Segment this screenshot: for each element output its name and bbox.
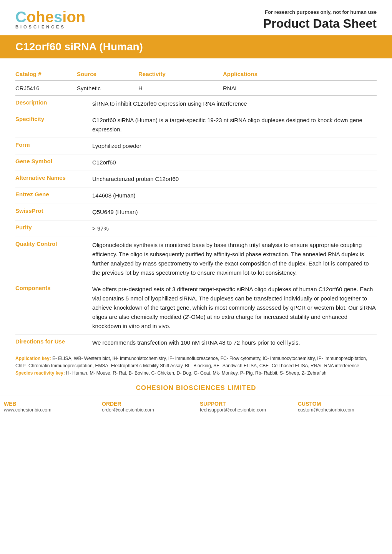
product-title: C12orf60 siRNA (Human): [15, 41, 377, 53]
footer-custom: CUSTOM custom@cohesionbio.com: [294, 398, 392, 415]
info-label: Alternative Names: [15, 174, 92, 184]
column-headers: Catalog # Source Reactivity Applications: [15, 65, 377, 81]
catalog-data-row: CRJ5416 Synthetic H RNAi: [15, 81, 377, 96]
footer-links: WEB www.cohesionbio.com ORDER order@cohe…: [0, 395, 392, 415]
info-value: We recommends transfection with 100 nM s…: [92, 338, 300, 347]
info-value: C12orf60 siRNA (Human) is a target-speci…: [92, 116, 377, 134]
info-label: Directions for Use: [15, 338, 92, 347]
info-label: Quality Control: [15, 241, 92, 277]
logo-text: Cohesion: [15, 9, 85, 25]
info-value: > 97%: [92, 224, 109, 233]
info-label: Purity: [15, 224, 92, 233]
col-applications: Applications: [223, 71, 377, 77]
info-row: Gene SymbolC12orf60: [15, 154, 377, 171]
footer-web-link: www.cohesionbio.com: [4, 407, 51, 413]
info-section: DescriptionsiRNA to inhibit C12orf60 exp…: [15, 96, 377, 351]
product-data-sheet-title: Product Data Sheet: [263, 17, 377, 31]
info-row: Alternative NamesUncharacterized protein…: [15, 171, 377, 187]
footer-company-name: COHESION BIOSCIENCES LIMITED: [0, 384, 392, 392]
info-row: SwissProtQ5U649 (Human): [15, 204, 377, 221]
logo-ohesion: ohesion: [27, 8, 85, 25]
species-key-text: Species reactivity key: H- Human, M- Mou…: [15, 370, 377, 377]
info-row: Purity> 97%: [15, 221, 377, 237]
for-research-text: For research purposes only, not for huma…: [263, 9, 377, 15]
footer-custom-link: custom@cohesionbio.com: [298, 407, 354, 413]
footer-order: ORDER order@cohesionbio.com: [98, 398, 196, 415]
info-value: Q5U649 (Human): [92, 207, 138, 217]
info-label: Gene Symbol: [15, 158, 92, 167]
col-source: Source: [77, 71, 138, 77]
app-key-text: Application key: E- ELISA, WB- Western b…: [15, 355, 377, 370]
info-row: ComponentsWe offers pre-designed sets of…: [15, 281, 377, 335]
info-label: Description: [15, 99, 92, 108]
catalog-source: Synthetic: [77, 85, 138, 91]
footer-support-label: SUPPORT: [200, 401, 290, 407]
catalog-reactivity: H: [138, 85, 223, 91]
logo-area: Cohesion BIOSCIENCES: [15, 9, 85, 29]
info-row: Directions for UseWe recommends transfec…: [15, 335, 377, 351]
logo-c: C: [15, 8, 27, 25]
header-right: For research purposes only, not for huma…: [263, 9, 377, 31]
catalog-number: CRJ5416: [15, 85, 77, 91]
info-row: Quality ControlOligonucleotide synthesis…: [15, 237, 377, 281]
footer-order-label: ORDER: [102, 401, 192, 407]
info-value: siRNA to inhibit C12orf60 expression usi…: [92, 99, 247, 108]
info-label: Specificity: [15, 116, 92, 134]
product-title-bar: C12orf60 siRNA (Human): [0, 35, 392, 58]
main-content: Catalog # Source Reactivity Applications…: [0, 65, 392, 380]
footer-custom-label: CUSTOM: [298, 401, 388, 407]
application-key-section: Application key: E- ELISA, WB- Western b…: [15, 355, 377, 380]
col-catalog: Catalog #: [15, 71, 77, 77]
info-label: Form: [15, 141, 92, 151]
footer-web-label: WEB: [4, 401, 94, 407]
info-label: SwissProt: [15, 207, 92, 217]
info-row: FormLyophilized powder: [15, 138, 377, 154]
footer-support: SUPPORT techsupport@cohesionbio.com: [196, 398, 294, 415]
info-value: Oligonucleotide synthesis is monitored b…: [92, 241, 377, 277]
info-row: DescriptionsiRNA to inhibit C12orf60 exp…: [15, 96, 377, 112]
info-label: Entrez Gene: [15, 191, 92, 200]
info-value: We offers pre-designed sets of 3 differe…: [92, 285, 377, 331]
page-header: Cohesion BIOSCIENCES For research purpos…: [0, 0, 392, 35]
info-value: Uncharacterized protein C12orf60: [92, 174, 179, 184]
info-value: Lyophilized powder: [92, 141, 141, 151]
info-label: Components: [15, 285, 92, 331]
info-row: SpecificityC12orf60 siRNA (Human) is a t…: [15, 112, 377, 138]
col-reactivity: Reactivity: [138, 71, 223, 77]
catalog-applications: RNAi: [223, 85, 377, 91]
info-value: C12orf60: [92, 158, 116, 167]
info-row: Entrez Gene144608 (Human): [15, 187, 377, 204]
footer-order-link: order@cohesionbio.com: [102, 407, 154, 413]
footer-support-link: techsupport@cohesionbio.com: [200, 407, 266, 413]
info-value: 144608 (Human): [92, 191, 136, 200]
logo-biosciences: BIOSCIENCES: [15, 25, 66, 29]
footer-web: WEB www.cohesionbio.com: [0, 398, 98, 415]
